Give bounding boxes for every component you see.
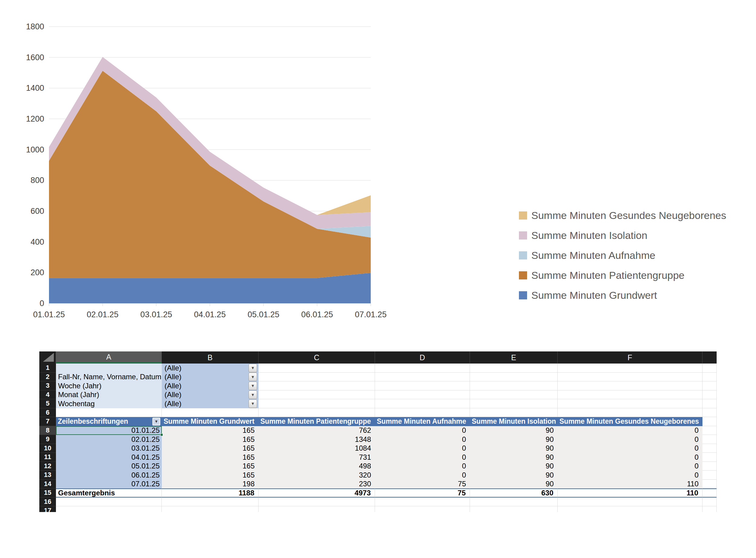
pivot-header-cell[interactable]: Summe Minuten Isolation: [470, 417, 557, 426]
pivot-date-cell[interactable]: 03.01.25: [56, 444, 162, 453]
pivot-header-cell[interactable]: Summe Minuten Patientengruppe: [259, 417, 375, 426]
fill-handle[interactable]: [160, 433, 163, 436]
empty-cell[interactable]: [470, 390, 557, 400]
pivot-value-cell[interactable]: 165: [162, 471, 259, 480]
pivot-value-cell[interactable]: 90: [470, 462, 557, 471]
row-header-4[interactable]: 4: [39, 390, 56, 400]
empty-cell[interactable]: [470, 498, 557, 507]
pivot-value-cell[interactable]: 498: [259, 462, 375, 471]
pivot-value-cell[interactable]: 1348: [259, 435, 375, 444]
empty-cell[interactable]: [702, 408, 717, 417]
empty-cell[interactable]: [375, 498, 470, 507]
empty-cell[interactable]: [259, 408, 375, 417]
filter-field-label[interactable]: Fall-Nr, Name, Vorname, Datum: [56, 373, 162, 382]
filter-field-label[interactable]: Wochentag: [56, 399, 162, 408]
empty-cell[interactable]: [162, 498, 259, 507]
empty-cell[interactable]: [56, 408, 162, 417]
pivot-value-cell[interactable]: 762: [259, 426, 375, 435]
grand-total-value[interactable]: 1188: [162, 488, 259, 498]
grand-total-value[interactable]: 110: [557, 488, 702, 498]
row-header-3[interactable]: 3: [39, 381, 56, 390]
row-header-12[interactable]: 12: [39, 462, 56, 471]
pivot-value-cell[interactable]: 90: [470, 480, 557, 489]
pivot-value-cell[interactable]: 75: [375, 480, 470, 489]
pivot-value-cell[interactable]: 731: [259, 453, 375, 462]
empty-cell[interactable]: [702, 373, 717, 382]
row-header-16[interactable]: 16: [39, 498, 56, 507]
pivot-header-cell[interactable]: Summe Minuten Gesundes Neugeborenes: [557, 417, 702, 426]
pivot-header-row-labels[interactable]: Zeilenbeschriftungen▼: [56, 417, 162, 426]
empty-cell[interactable]: [162, 408, 259, 417]
empty-cell[interactable]: [702, 390, 717, 400]
empty-cell[interactable]: [470, 373, 557, 382]
empty-cell[interactable]: [375, 373, 470, 382]
pivot-date-cell[interactable]: 07.01.25: [56, 480, 162, 489]
pivot-header-cell[interactable]: Summe Minuten Aufnahme: [375, 417, 470, 426]
column-header-E[interactable]: E: [470, 351, 557, 363]
pivot-value-cell[interactable]: 320: [259, 471, 375, 480]
empty-cell[interactable]: [702, 488, 717, 498]
empty-cell[interactable]: [702, 363, 717, 373]
pivot-value-cell[interactable]: 90: [470, 453, 557, 462]
pivot-date-cell[interactable]: 02.01.25: [56, 435, 162, 444]
grand-total-value[interactable]: 630: [470, 488, 557, 498]
filter-value-cell[interactable]: (Alle)▼: [162, 381, 259, 390]
pivot-value-cell[interactable]: 0: [557, 462, 702, 471]
pivot-value-cell[interactable]: 90: [470, 471, 557, 480]
empty-cell[interactable]: [702, 471, 717, 480]
filter-field-label[interactable]: Monat (Jahr): [56, 390, 162, 400]
empty-cell[interactable]: [702, 426, 717, 435]
empty-cell[interactable]: [702, 417, 717, 426]
pivot-value-cell[interactable]: 0: [557, 435, 702, 444]
pivot-value-cell[interactable]: 165: [162, 453, 259, 462]
pivot-value-cell[interactable]: 0: [375, 471, 470, 480]
row-header-1[interactable]: 1: [39, 363, 56, 373]
empty-cell[interactable]: [702, 462, 717, 471]
pivot-value-cell[interactable]: 1084: [259, 444, 375, 453]
pivot-date-cell[interactable]: 05.01.25: [56, 462, 162, 471]
empty-cell[interactable]: [470, 506, 557, 512]
pivot-value-cell[interactable]: 0: [375, 426, 470, 435]
empty-cell[interactable]: [470, 408, 557, 417]
pivot-value-cell[interactable]: 165: [162, 426, 259, 435]
empty-cell[interactable]: [470, 399, 557, 408]
pivot-value-cell[interactable]: 90: [470, 426, 557, 435]
empty-cell[interactable]: [259, 373, 375, 382]
empty-cell[interactable]: [702, 453, 717, 462]
pivot-value-cell[interactable]: 230: [259, 480, 375, 489]
pivot-value-cell[interactable]: 90: [470, 444, 557, 453]
filter-dropdown-icon[interactable]: ▼: [249, 400, 257, 408]
empty-cell[interactable]: [375, 363, 470, 373]
empty-cell[interactable]: [375, 408, 470, 417]
column-header-D[interactable]: D: [375, 351, 470, 363]
row-header-13[interactable]: 13: [39, 471, 56, 480]
empty-cell[interactable]: [702, 381, 717, 390]
empty-cell[interactable]: [557, 390, 702, 400]
row-header-14[interactable]: 14: [39, 480, 56, 489]
select-all-corner[interactable]: [39, 351, 56, 363]
pivot-value-cell[interactable]: 0: [375, 435, 470, 444]
empty-cell[interactable]: [557, 506, 702, 512]
empty-cell[interactable]: [702, 399, 717, 408]
empty-cell[interactable]: [375, 390, 470, 400]
pivot-value-cell[interactable]: 0: [557, 444, 702, 453]
empty-cell[interactable]: [557, 363, 702, 373]
empty-cell[interactable]: [702, 444, 717, 453]
empty-cell[interactable]: [470, 381, 557, 390]
row-header-10[interactable]: 10: [39, 444, 56, 453]
column-header-C[interactable]: C: [259, 351, 375, 363]
pivot-value-cell[interactable]: 90: [470, 435, 557, 444]
pivot-value-cell[interactable]: 0: [375, 453, 470, 462]
empty-cell[interactable]: [375, 506, 470, 512]
row-labels-dropdown-icon[interactable]: ▼: [152, 418, 160, 426]
filter-value-cell[interactable]: (Alle)▼: [162, 373, 259, 382]
empty-cell[interactable]: [259, 506, 375, 512]
pivot-value-cell[interactable]: 0: [557, 426, 702, 435]
column-header-B[interactable]: B: [162, 351, 259, 363]
grand-total-label[interactable]: Gesamtergebnis: [56, 488, 162, 498]
pivot-date-cell[interactable]: 01.01.25: [56, 426, 162, 435]
pivot-value-cell[interactable]: 165: [162, 435, 259, 444]
filter-dropdown-icon[interactable]: ▼: [249, 382, 257, 390]
empty-cell[interactable]: [56, 506, 162, 512]
empty-cell[interactable]: [259, 381, 375, 390]
